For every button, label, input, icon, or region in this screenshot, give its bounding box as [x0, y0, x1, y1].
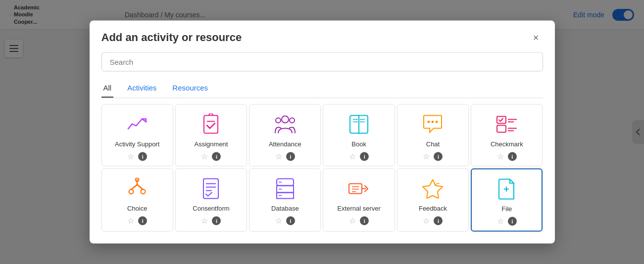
modal-header: Add an activity or resource × — [90, 21, 555, 52]
activity-card-activity-support[interactable]: Activity Support ☆ i — [101, 104, 173, 167]
info-button[interactable]: i — [360, 216, 369, 225]
feedback-label: Feedback — [419, 205, 447, 212]
svg-line-26 — [137, 185, 143, 190]
card-actions: ☆ i — [201, 152, 221, 161]
activity-card-attendance[interactable]: Attendance ☆ i — [249, 104, 321, 167]
star-button[interactable]: ☆ — [127, 216, 134, 225]
info-button[interactable]: i — [286, 152, 295, 161]
activity-card-file[interactable]: File ☆ i — [471, 169, 543, 232]
info-button[interactable]: i — [286, 216, 295, 225]
attendance-icon — [273, 113, 297, 136]
star-button[interactable]: ☆ — [423, 216, 430, 225]
info-button[interactable]: i — [360, 152, 369, 161]
star-button[interactable]: ☆ — [275, 216, 282, 225]
card-actions: ☆ i — [349, 152, 369, 161]
activity-card-assignment[interactable]: Assignment ☆ i — [175, 104, 247, 167]
consentform-icon — [199, 177, 223, 201]
checkmark-label: Checkmark — [491, 140, 523, 148]
activity-card-database[interactable]: Database ☆ i — [249, 169, 321, 232]
info-button[interactable]: i — [138, 216, 147, 225]
choice-label: Choice — [127, 205, 147, 212]
info-button[interactable]: i — [138, 152, 147, 161]
card-actions: ☆ i — [497, 217, 517, 226]
file-label: File — [501, 205, 512, 213]
chat-label: Chat — [426, 140, 440, 148]
activity-card-choice[interactable]: Choice ☆ i — [101, 169, 173, 232]
svg-point-17 — [436, 121, 438, 123]
database-icon — [273, 177, 297, 201]
modal-close-button[interactable]: × — [529, 31, 543, 44]
info-button[interactable]: i — [508, 152, 517, 161]
tab-all[interactable]: All — [101, 80, 114, 98]
card-actions: ☆ i — [423, 152, 443, 161]
card-actions: ☆ i — [497, 152, 517, 161]
star-button[interactable]: ☆ — [497, 217, 504, 226]
modal-body: All Activities Resources Activity Suppor… — [90, 52, 555, 244]
svg-point-9 — [276, 118, 281, 123]
star-button[interactable]: ☆ — [201, 152, 208, 161]
file-icon — [495, 177, 519, 201]
search-input[interactable] — [101, 52, 543, 72]
info-button[interactable]: i — [508, 217, 517, 225]
star-button[interactable]: ☆ — [201, 216, 208, 225]
card-actions: ☆ i — [275, 152, 295, 161]
svg-point-10 — [290, 118, 295, 123]
modal-title: Add an activity or resource — [101, 31, 242, 44]
svg-rect-30 — [203, 179, 218, 199]
card-actions: ☆ i — [275, 216, 295, 225]
svg-point-16 — [432, 121, 434, 123]
card-actions: ☆ i — [201, 216, 221, 225]
attendance-label: Attendance — [269, 140, 301, 148]
star-button[interactable]: ☆ — [349, 216, 356, 225]
activity-card-consentform[interactable]: Consentform ☆ i — [175, 169, 247, 232]
consentform-label: Consentform — [193, 205, 229, 212]
svg-rect-40 — [349, 184, 362, 194]
activity-card-external-server[interactable]: External server ☆ i — [323, 169, 395, 232]
svg-rect-19 — [497, 126, 506, 132]
activity-card-book[interactable]: Book ☆ i — [323, 104, 395, 167]
activity-card-checkmark[interactable]: Checkmark ☆ i — [471, 104, 543, 167]
svg-line-25 — [131, 185, 137, 190]
info-button[interactable]: i — [212, 216, 221, 225]
star-button[interactable]: ☆ — [423, 152, 430, 161]
activity-support-label: Activity Support — [115, 140, 159, 148]
star-button[interactable]: ☆ — [275, 152, 282, 161]
database-label: Database — [271, 205, 299, 212]
checkmark-icon — [495, 113, 519, 136]
book-icon — [347, 113, 371, 136]
feedback-icon — [421, 177, 445, 201]
chat-icon — [421, 113, 445, 136]
card-actions: ☆ i — [423, 216, 443, 225]
external-server-label: External server — [337, 205, 380, 212]
activity-card-feedback[interactable]: Feedback ☆ i — [397, 169, 469, 232]
info-button[interactable]: i — [212, 152, 221, 161]
card-actions: ☆ i — [127, 152, 147, 161]
star-button[interactable]: ☆ — [127, 152, 134, 161]
svg-point-8 — [282, 116, 289, 123]
info-button[interactable]: i — [434, 152, 443, 161]
book-label: Book — [351, 140, 366, 148]
star-button[interactable]: ☆ — [497, 152, 504, 161]
card-actions: ☆ i — [127, 216, 147, 225]
activity-support-icon — [125, 113, 149, 136]
tab-resources[interactable]: Resources — [170, 80, 210, 98]
star-button[interactable]: ☆ — [349, 152, 356, 161]
add-activity-modal: Add an activity or resource × All Activi… — [90, 21, 555, 244]
assignment-icon — [199, 113, 223, 136]
choice-icon — [125, 177, 149, 201]
external-server-icon — [347, 177, 371, 201]
tab-activities[interactable]: Activities — [125, 80, 158, 98]
card-actions: ☆ i — [349, 216, 369, 225]
info-button[interactable]: i — [434, 216, 443, 225]
svg-point-15 — [428, 121, 430, 123]
svg-rect-6 — [204, 116, 218, 133]
activity-grid: Activity Support ☆ i Assignment — [101, 100, 543, 236]
tab-bar: All Activities Resources — [101, 80, 543, 98]
assignment-label: Assignment — [195, 140, 228, 148]
activity-card-chat[interactable]: Chat ☆ i — [397, 104, 469, 167]
